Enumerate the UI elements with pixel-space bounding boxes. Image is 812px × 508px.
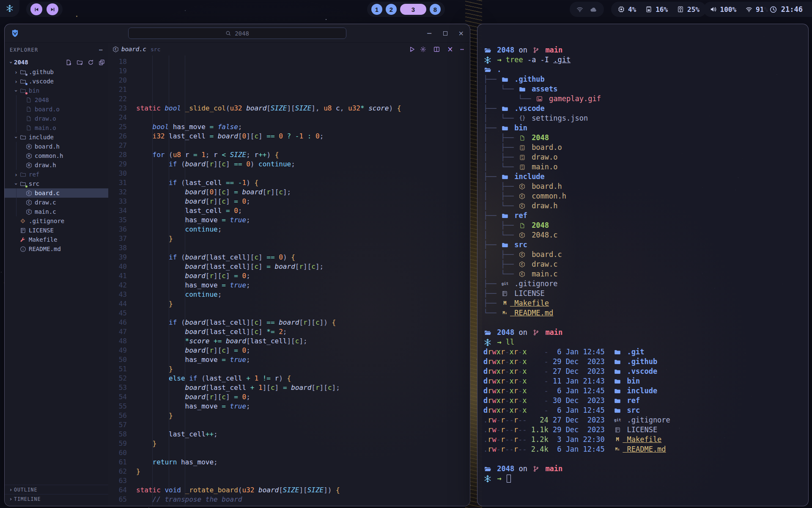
perm-char: r — [514, 425, 518, 435]
terminal-line: ├── ref — [483, 211, 808, 221]
sidebar-item-include[interactable]: ›include — [5, 133, 108, 142]
perm-char: x — [510, 396, 514, 406]
code-line: board[r][c] = 0; — [136, 197, 470, 206]
close-editor-button[interactable]: × — [447, 45, 453, 53]
tab-board-c[interactable]: board.c — [121, 46, 146, 52]
file-label: draw.h — [35, 162, 56, 168]
perm-char: r — [514, 347, 518, 357]
sidebar-item-license[interactable]: LICENSE — [5, 226, 108, 235]
run-dropdown-icon[interactable]: ⌄ — [410, 47, 413, 52]
skip-forward-icon — [50, 7, 55, 12]
minimize-button[interactable]: − — [426, 30, 432, 37]
sidebar-item-draw-h[interactable]: Hdraw.h — [5, 160, 108, 170]
disk-usage: 25% — [687, 6, 700, 14]
perm-char: w — [492, 357, 497, 367]
editor-titlebar[interactable]: ← → 2048 − × — [5, 24, 470, 43]
terminal-cursor[interactable] — [507, 475, 511, 483]
sidebar-item-bin[interactable]: ›bin — [5, 86, 108, 95]
maximize-button[interactable] — [443, 30, 447, 37]
terminal-line: drwxr-xr-x - 29 Dec 2023 .github — [483, 357, 808, 367]
chevron-down-icon: › — [13, 88, 19, 94]
split-editor-button[interactable] — [433, 46, 440, 52]
file-size: - — [527, 357, 549, 367]
system-stats[interactable]: 4% 16% 25% — [611, 2, 706, 17]
editor-window: ← → 2048 − × EXPLORER ⋯ › 2048 — [4, 24, 470, 506]
ll-entry: src — [623, 406, 640, 415]
media-prev-button[interactable] — [30, 3, 42, 15]
outline-panel[interactable]: ›OUTLINE — [5, 485, 108, 494]
terminal-line — [483, 454, 808, 464]
sidebar-item-readme-md[interactable]: iREADME.md — [5, 244, 108, 254]
sidebar-item-draw-o[interactable]: draw.o — [5, 114, 108, 123]
workspace-2[interactable]: 2 — [386, 4, 397, 15]
terminal-line: │ ├── 0110 board.o — [483, 143, 808, 152]
perm-char: x — [510, 386, 514, 396]
code-line: board[r][c] = 0; — [136, 346, 470, 355]
perm-char: w — [492, 406, 497, 415]
collapse-all-icon[interactable] — [99, 59, 105, 66]
new-folder-icon[interactable] — [77, 59, 83, 66]
perm-char: - — [510, 435, 514, 444]
close-button[interactable]: × — [458, 30, 464, 37]
sidebar-item-2048[interactable]: 2048 — [5, 95, 108, 105]
code-editor[interactable]: 1819202122232425262728293031323334353637… — [108, 55, 470, 506]
terminal-line: ├── src — [483, 240, 808, 250]
nix-logo-button[interactable] — [0, 0, 19, 17]
sidebar-item-ref[interactable]: ›ref — [5, 170, 108, 179]
explorer-more-icon[interactable]: ⋯ — [99, 46, 103, 54]
sidebar-item-draw-c[interactable]: Cdraw.c — [5, 198, 108, 207]
svg-text:C: C — [521, 185, 523, 188]
terminal-text: │ └── — [483, 84, 518, 94]
command-center-search[interactable]: 2048 — [128, 28, 346, 39]
terminal-text — [605, 396, 613, 406]
tree-entry: . — [493, 65, 501, 75]
code-line: has_move = true; — [136, 215, 470, 225]
media-next-button[interactable] — [47, 3, 58, 15]
perm-char: x — [522, 347, 527, 357]
explorer-root-folder[interactable]: › 2048 — [5, 57, 108, 67]
refresh-icon[interactable] — [88, 59, 94, 66]
terminal-text: ├── — [483, 123, 501, 133]
time-display: 21:46 — [781, 5, 803, 14]
sidebar-item-main-o[interactable]: main.o — [5, 123, 108, 133]
sidebar-item-board-o[interactable]: board.o — [5, 105, 108, 114]
snowflake-icon — [6, 5, 14, 12]
terminal-window[interactable]: 2048 on main → tree -a -I .git .├── .git… — [477, 24, 809, 506]
terminal-text — [605, 435, 613, 444]
chevron-down-icon: › — [13, 181, 19, 187]
configure-button[interactable] — [420, 46, 426, 52]
sidebar-item-src[interactable]: ›src — [5, 179, 108, 188]
code-line: } — [136, 234, 470, 243]
workspace-1[interactable]: 1 — [371, 4, 382, 15]
sidebar-item--vscode[interactable]: ›.vscode — [5, 77, 108, 86]
perm-char: - — [518, 415, 522, 425]
sidebar-item-board-c[interactable]: Cboard.c — [5, 188, 108, 198]
svg-text:10: 10 — [521, 157, 524, 160]
timeline-panel[interactable]: ›TIMELINE — [5, 494, 108, 503]
workspace-3[interactable]: 3 — [400, 4, 426, 15]
code-line: // transpose the board — [136, 495, 470, 504]
clock-widget[interactable]: 21:46 — [763, 2, 812, 17]
workspace-8[interactable]: 8 — [430, 4, 441, 15]
tree-entry: assets — [527, 84, 558, 94]
perm-char: x — [510, 406, 514, 415]
perm-char: - — [522, 435, 527, 444]
perm-char: - — [505, 367, 509, 376]
sidebar-item-common-h[interactable]: Hcommon.h — [5, 151, 108, 160]
run-file-button[interactable]: ⌄ — [409, 46, 413, 52]
file-label: draw.c — [35, 199, 56, 206]
sidebar-item-board-h[interactable]: Hboard.h — [5, 142, 108, 151]
more-actions-button[interactable]: ⋯ — [461, 46, 464, 52]
terminal-line: .rw-r--r-- 24 27 Dec 2023 git .gitignore — [483, 415, 808, 425]
sidebar-item--github[interactable]: ›.github — [5, 67, 108, 77]
sidebar-item-main-c[interactable]: Cmain.c — [5, 207, 108, 216]
skip-back-icon — [34, 7, 39, 12]
sidebar-item-makefile[interactable]: Makefile — [5, 235, 108, 244]
ll-entry: bin — [623, 376, 640, 386]
network-indicators[interactable] — [570, 2, 604, 17]
sidebar-item--gitignore[interactable]: .gitignore — [5, 216, 108, 226]
folder-icon — [613, 398, 622, 404]
new-file-icon[interactable] — [66, 59, 72, 66]
perm-char: d — [483, 386, 488, 396]
hex-h-icon: H — [25, 144, 33, 150]
